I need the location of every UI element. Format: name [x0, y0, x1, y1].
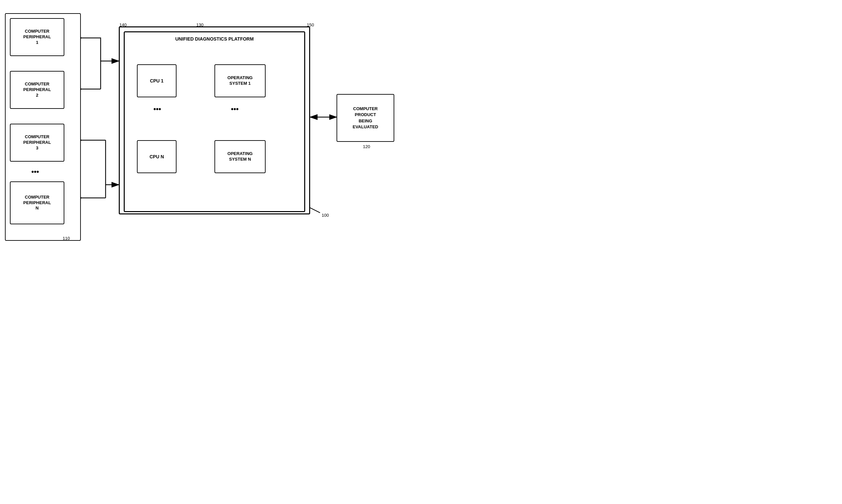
peripheral-box-2: COMPUTER PERIPHERAL 2 [10, 71, 64, 109]
os-dots: ••• [231, 106, 238, 113]
peripheral-box-1: COMPUTER PERIPHERAL 1 [10, 18, 64, 56]
peripheral-2-label: COMPUTER PERIPHERAL 2 [23, 82, 51, 98]
cpu-dots: ••• [154, 106, 161, 113]
peripheral-1-label: COMPUTER PERIPHERAL 1 [23, 29, 51, 46]
diagram: COMPUTER PERIPHERAL 1 COMPUTER PERIPHERA… [0, 0, 421, 252]
os-n-box: OPERATING SYSTEM N [214, 140, 266, 173]
os-n-label: OPERATING SYSTEM N [227, 151, 252, 162]
peripheral-n-label: COMPUTER PERIPHERAL N [23, 195, 51, 212]
peripheral-box-3: COMPUTER PERIPHERAL 3 [10, 124, 64, 162]
udp-title: UNIFIED DIAGNOSTICS PLATFORM [142, 36, 287, 41]
ref-140: 140 [120, 22, 127, 28]
ref-150: 150 [307, 22, 314, 28]
peripheral-box-n: COMPUTER PERIPHERAL N [10, 181, 64, 224]
ref-110: 110 [63, 236, 70, 241]
peripheral-dots: ••• [31, 168, 39, 176]
os-1-label: OPERATING SYSTEM 1 [227, 75, 252, 86]
ref-130: 130 [196, 22, 203, 28]
ref-100: 100 [322, 213, 329, 218]
computer-product-label: COMPUTER PRODUCT BEING EVALUATED [353, 106, 378, 130]
cpu-n-box: CPU N [137, 140, 177, 173]
udp-inner-box [124, 31, 305, 212]
computer-product-box: COMPUTER PRODUCT BEING EVALUATED [337, 94, 394, 142]
os-1-box: OPERATING SYSTEM 1 [214, 64, 266, 97]
peripheral-3-label: COMPUTER PERIPHERAL 3 [23, 134, 51, 151]
cpu-1-box: CPU 1 [137, 64, 177, 97]
cpu-1-label: CPU 1 [150, 78, 163, 84]
ref-120: 120 [363, 144, 370, 149]
cpu-n-label: CPU N [149, 154, 164, 159]
